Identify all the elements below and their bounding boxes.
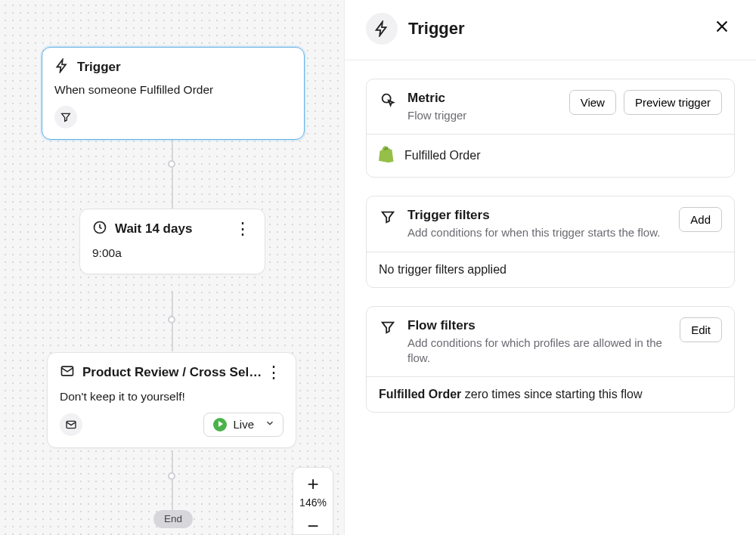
node-trigger-title: Trigger xyxy=(77,60,121,75)
play-icon xyxy=(213,418,227,431)
node-email-more-button[interactable]: ⋮ xyxy=(264,366,284,379)
clock-icon xyxy=(92,220,107,238)
zoom-control: + 146% − xyxy=(293,467,333,535)
node-wait[interactable]: Wait 14 days ⋮ 9:00a xyxy=(79,209,265,274)
node-email-status-label: Live xyxy=(233,418,254,431)
filter-icon xyxy=(379,207,397,225)
mail-icon xyxy=(60,363,75,382)
flow-canvas[interactable]: Trigger When someone Fulfilled Order Wai… xyxy=(0,0,344,535)
node-email-title: Product Review / Cross Sell:… xyxy=(82,365,264,380)
node-email-subtitle: Don't keep it to yourself! xyxy=(60,389,284,405)
flow-filters-card: Flow filters Add conditions for which pr… xyxy=(366,306,735,413)
node-email[interactable]: Product Review / Cross Sell:… ⋮ Don't ke… xyxy=(47,352,296,448)
metric-value: Fulfilled Order xyxy=(404,149,480,162)
node-wait-title: Wait 14 days xyxy=(115,221,192,237)
cursor-click-icon xyxy=(379,90,397,108)
flow-filters-subtitle: Add conditions for which profiles are al… xyxy=(407,336,669,366)
chevron-down-icon xyxy=(265,418,275,431)
node-email-status-dropdown[interactable]: Live xyxy=(203,413,284,437)
node-trigger-subtitle: When someone Fulfilled Order xyxy=(54,82,292,98)
metric-card: Metric Flow trigger View Preview trigger… xyxy=(366,79,735,178)
flow-filters-summary-metric: Fulfilled Order xyxy=(379,388,461,400)
node-wait-time: 9:00a xyxy=(92,246,253,261)
connector-dot xyxy=(168,472,175,480)
node-wait-more-button[interactable]: ⋮ xyxy=(233,222,253,236)
panel-header: Trigger xyxy=(345,0,756,60)
panel-title: Trigger xyxy=(408,19,697,39)
metric-value-row: Fulfilled Order xyxy=(367,134,734,177)
trigger-filters-title: Trigger filters xyxy=(407,207,668,224)
flow-filters-title: Flow filters xyxy=(407,317,669,334)
flow-filters-summary-rest: zero times since starting this flow xyxy=(461,388,642,400)
view-button[interactable]: View xyxy=(569,90,616,115)
metric-subtitle: Flow trigger xyxy=(407,108,559,123)
filter-icon xyxy=(379,317,397,336)
trigger-filters-subtitle: Add conditions for when this trigger sta… xyxy=(407,225,668,240)
node-trigger[interactable]: Trigger When someone Fulfilled Order xyxy=(42,47,305,140)
shopify-icon xyxy=(379,145,395,166)
preview-trigger-button[interactable]: Preview trigger xyxy=(624,90,722,115)
zoom-in-button[interactable]: + xyxy=(307,472,318,493)
edit-flow-filter-button[interactable]: Edit xyxy=(680,317,722,342)
zoom-out-button[interactable]: − xyxy=(307,515,318,534)
details-panel: Trigger Metric Flow trigger View Preview… xyxy=(344,0,756,535)
connector-dot xyxy=(168,316,175,323)
filter-badge-icon xyxy=(54,106,77,128)
trigger-filters-card: Trigger filters Add conditions for when … xyxy=(366,196,735,287)
bolt-icon xyxy=(54,58,70,76)
trigger-filters-empty: No trigger filters applied xyxy=(367,252,734,287)
connector xyxy=(172,450,173,518)
metric-title: Metric xyxy=(407,90,559,107)
flow-filters-summary: Fulfilled Order zero times since startin… xyxy=(367,376,734,412)
zoom-value: 146% xyxy=(299,493,327,515)
connector-dot xyxy=(168,160,175,168)
bolt-icon xyxy=(366,13,398,45)
add-trigger-filter-button[interactable]: Add xyxy=(679,207,722,232)
email-channel-icon xyxy=(60,413,82,436)
end-node: End xyxy=(153,510,193,528)
close-button[interactable] xyxy=(708,12,736,45)
